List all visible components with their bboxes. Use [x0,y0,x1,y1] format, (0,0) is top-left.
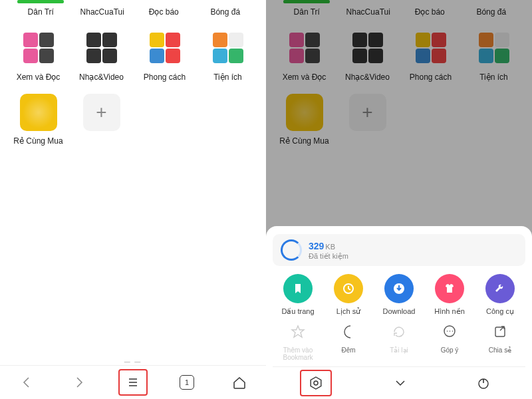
menu-item-down[interactable]: Download [376,274,422,316]
menu-label: Tải lại [376,346,422,354]
tab-count: 1 [180,375,194,390]
tab-label: Đọc báo [133,7,195,17]
menu-label: Đêm [325,346,372,354]
app-label: Rẻ Cùng Mua [7,136,70,146]
screen-right: Dân TríNhacCuaTuiĐọc báoBóng đá Xem và Đ… [266,0,532,399]
star-icon [286,320,310,344]
menu-item-moon[interactable]: Đêm [325,320,372,361]
tab-indicator [202,0,249,3]
folder-label: Phong cách [133,72,196,82]
moon-icon [336,320,360,344]
app-grid: Xem và ĐọcNhạc&VideoPhong cáchTiện íchRẻ… [0,20,266,168]
folder-label: Xem và Đọc [7,72,70,82]
menu-item-reload: Tải lại [376,320,422,361]
data-saved-card[interactable]: 329KB Đã tiết kiệm [273,234,525,266]
menu-label: Lịch sử [325,307,372,316]
folder-label: Tiện ích [196,72,259,82]
plus-icon: + [83,94,120,131]
menu-item-wrench[interactable]: Công cụ [477,274,523,316]
app-icon [20,94,57,131]
tab-indicator [140,0,187,3]
bookmark-icon [283,274,313,303]
add-shortcut-button[interactable]: + [70,94,133,146]
share-icon [488,320,512,344]
menu-label: Hình nền [426,307,473,316]
menu-label: Góp ý [426,346,473,354]
app-shortcut[interactable]: Rẻ Cùng Mua [7,94,70,146]
top-tab[interactable]: Đọc báo [133,0,195,17]
folder-icon [20,30,57,67]
menu-item-star: Thêm vào Bookmark [275,320,321,361]
wrench-icon [485,274,515,303]
menu-row-secondary: Thêm vào BookmarkĐêmTải lạiGóp ýChia sẻ [273,320,525,361]
menu-row-primary: Dấu trangLịch sửDownloadHình nềnCông cụ [273,274,525,316]
sheet-toolbar [273,366,525,399]
reload-icon [387,320,411,344]
folder-icon [209,30,247,67]
tab-indicator [79,0,126,3]
menu-label: Dấu trang [275,307,321,316]
tab-label: NhacCuaTui [72,7,134,17]
clock-icon [334,274,363,303]
top-tab[interactable]: NhacCuaTui [72,0,134,17]
shirt-icon [435,274,464,303]
menu-label: Chia sẻ [477,346,523,354]
settings-button[interactable] [300,370,332,396]
comment-icon [438,320,462,344]
bottom-toolbar: 1 [0,365,266,399]
menu-label: Công cụ [477,307,523,316]
folder-icon [146,30,184,67]
collapse-button[interactable] [386,371,415,395]
home-button[interactable] [226,370,253,394]
forward-button[interactable] [66,370,92,394]
tabs-button[interactable]: 1 [174,370,200,394]
top-tabs: Dân TríNhacCuaTuiĐọc báoBóng đá [0,0,266,20]
svg-rect-3 [495,327,505,336]
menu-item-clock[interactable]: Lịch sử [325,274,372,316]
menu-label: Thêm vào Bookmark [275,346,321,361]
menu-sheet: 329KB Đã tiết kiệm Dấu trangLịch sửDownl… [266,226,532,399]
folder-label: Nhạc&Video [70,72,133,82]
menu-item-bookmark[interactable]: Dấu trang [275,274,321,316]
tab-indicator [17,0,64,3]
app-folder[interactable]: Phong cách [133,30,196,82]
tab-label: Dân Trí [10,7,72,17]
menu-item-shirt[interactable]: Hình nền [426,274,473,316]
saved-value: 329 [309,241,324,251]
top-tab[interactable]: Bóng đá [195,0,257,17]
app-folder[interactable]: Nhạc&Video [70,30,133,82]
saved-label: Đã tiết kiệm [309,252,348,261]
top-tab[interactable]: Dân Trí [10,0,72,17]
screen-left: Dân TríNhacCuaTuiĐọc báoBóng đá Xem và Đ… [0,0,266,399]
app-folder[interactable]: Xem và Đọc [7,30,70,82]
folder-icon [83,30,120,67]
drag-handle-icon: — — [124,358,142,365]
saved-unit: KB [325,243,335,251]
down-icon [384,274,414,303]
power-button[interactable] [469,371,498,395]
svg-point-4 [314,381,318,385]
menu-label: Download [376,307,422,315]
back-button[interactable] [13,370,40,394]
menu-item-share[interactable]: Chia sẻ [477,320,523,361]
menu-button[interactable] [118,369,148,396]
tab-label: Bóng đá [195,7,257,17]
app-folder[interactable]: Tiện ích [196,30,259,82]
progress-ring-icon [281,239,302,261]
menu-item-comment[interactable]: Góp ý [426,320,473,361]
